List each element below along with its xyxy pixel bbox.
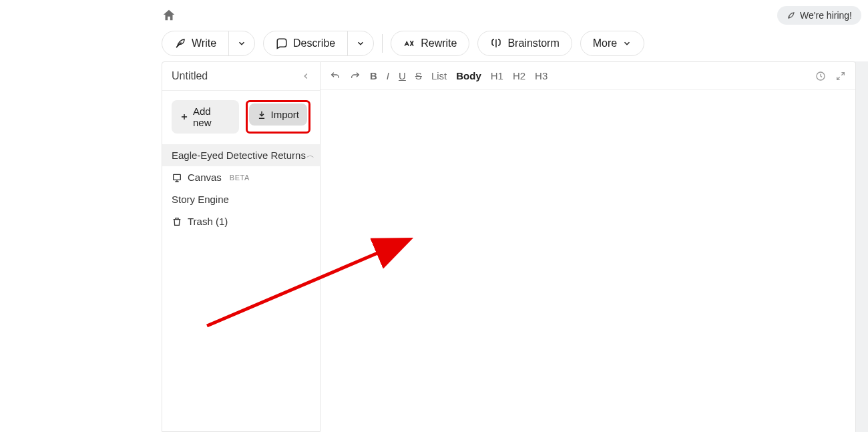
hiring-pill[interactable]: We're hiring!	[777, 6, 861, 25]
action-toolbar: Write Describe Rewrite Brainstorm	[162, 31, 644, 56]
rewrite-label: Rewrite	[421, 37, 457, 49]
sidebar-item-label: Trash (1)	[188, 216, 228, 227]
download-icon	[257, 110, 266, 120]
write-dropdown[interactable]	[229, 31, 254, 55]
rewrite-icon	[403, 37, 415, 49]
more-label: More	[593, 37, 617, 49]
describe-button[interactable]: Describe	[264, 31, 347, 55]
sidebar-item-label: Story Engine	[172, 194, 229, 205]
h1-button[interactable]: H1	[491, 70, 503, 81]
sidebar: Untitled Add new Import	[162, 61, 320, 432]
list-button[interactable]: List	[431, 70, 447, 81]
import-label: Import	[270, 109, 299, 120]
rocket-icon	[787, 11, 796, 20]
brainstorm-icon	[490, 37, 502, 49]
describe-dropdown[interactable]	[348, 31, 373, 55]
sidebar-item-trash[interactable]: Trash (1)	[162, 210, 320, 232]
h2-button[interactable]: H2	[513, 70, 525, 81]
svg-rect-0	[174, 174, 181, 180]
chevron-up-icon: ︿	[306, 150, 314, 161]
add-new-label: Add new	[193, 105, 231, 128]
write-button[interactable]: Write	[162, 31, 228, 55]
editor-toolbar: B I U S List Body H1 H2 H3	[320, 62, 855, 90]
collapse-sidebar-icon[interactable]	[301, 71, 310, 81]
import-button[interactable]: Import	[249, 103, 307, 126]
body-style-button[interactable]: Body	[456, 70, 481, 81]
editor-canvas[interactable]	[320, 90, 855, 432]
beta-badge: BETA	[230, 174, 250, 182]
canvas-icon	[172, 172, 182, 183]
feather-icon	[174, 37, 186, 49]
home-icon[interactable]	[162, 8, 176, 23]
history-icon[interactable]	[815, 71, 826, 81]
editor-area: B I U S List Body H1 H2 H3	[320, 61, 856, 432]
rewrite-button[interactable]: Rewrite	[391, 31, 469, 56]
describe-icon	[276, 37, 288, 49]
brainstorm-label: Brainstorm	[507, 37, 559, 49]
underline-button[interactable]: U	[399, 70, 406, 81]
describe-label: Describe	[293, 37, 335, 49]
hiring-label: We're hiring!	[800, 10, 852, 21]
brainstorm-button[interactable]: Brainstorm	[477, 31, 572, 56]
sidebar-item-label: Canvas	[188, 172, 222, 183]
write-group: Write	[162, 31, 255, 56]
h3-button[interactable]: H3	[535, 70, 548, 81]
sidebar-item-canvas[interactable]: Canvas BETA	[162, 166, 320, 188]
sidebar-title: Untitled	[172, 70, 208, 82]
plus-icon	[180, 112, 189, 122]
trash-icon	[172, 216, 182, 227]
strikethrough-button[interactable]: S	[415, 70, 422, 81]
sidebar-item-story-engine[interactable]: Story Engine	[162, 188, 320, 210]
chevron-down-icon	[622, 39, 632, 48]
write-label: Write	[192, 37, 216, 49]
more-button[interactable]: More	[580, 31, 644, 56]
undo-button[interactable]	[330, 71, 341, 81]
add-new-button[interactable]: Add new	[172, 100, 239, 134]
sidebar-item-active-document[interactable]: Eagle-Eyed Detective Returns ︿	[162, 144, 320, 166]
sidebar-item-label: Eagle-Eyed Detective Returns	[172, 150, 306, 161]
import-highlight-annotation: Import	[246, 100, 310, 134]
bold-button[interactable]: B	[370, 70, 377, 81]
describe-group: Describe	[263, 31, 374, 56]
italic-button[interactable]: I	[387, 70, 389, 81]
redo-button[interactable]	[350, 71, 361, 81]
expand-icon[interactable]	[835, 71, 846, 81]
